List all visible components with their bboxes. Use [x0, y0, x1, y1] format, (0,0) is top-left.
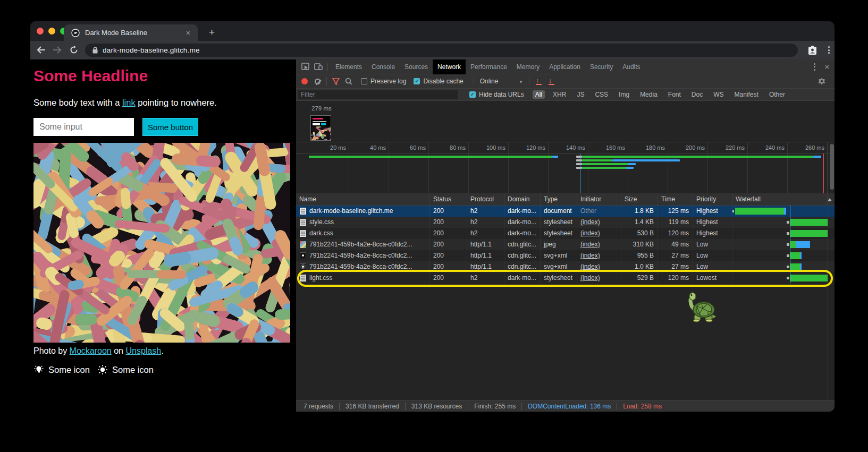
page-headline: Some Headline [33, 67, 148, 85]
document-file-icon [300, 208, 306, 215]
network-request-row-style.css[interactable]: style.css200h2dark-mo...stylesheet(index… [296, 217, 835, 228]
filter-type-js[interactable]: JS [574, 90, 587, 99]
lock-icon [92, 47, 98, 54]
browser-window: Dark Mode Baseline × + dark-mode-baseli [30, 21, 835, 412]
traffic-light-close[interactable] [37, 28, 44, 35]
devtools-tab-application[interactable]: Application [544, 59, 585, 74]
reload-icon[interactable] [68, 44, 80, 56]
credit-prefix: Photo by [33, 346, 70, 355]
filmstrip-screenshot[interactable] [310, 115, 331, 141]
waterfall-waiting-bar [790, 252, 800, 259]
network-settings-gear-icon[interactable] [815, 76, 828, 87]
network-table-header: NameStatusProtocolDomainTypeInitiatorSiz… [296, 193, 835, 206]
column-header-time[interactable]: Time [658, 193, 693, 206]
page-button[interactable]: Some button [142, 118, 198, 136]
column-header-priority[interactable]: Priority [693, 193, 732, 206]
device-toolbar-icon[interactable] [312, 62, 325, 72]
cell-initiator: (index) [577, 239, 621, 250]
devtools-tab-elements[interactable]: Elements [331, 59, 367, 74]
initiator-link[interactable]: (index) [580, 218, 600, 226]
url-bar[interactable]: dark-mode-baseline.glitch.me [85, 44, 798, 57]
devtools-tab-security[interactable]: Security [585, 59, 618, 74]
filter-type-font[interactable]: Font [665, 90, 684, 99]
filter-type-ws[interactable]: WS [711, 90, 726, 99]
network-filter-input[interactable] [298, 90, 458, 99]
back-icon[interactable] [35, 44, 47, 56]
scrollbar-thumb[interactable] [830, 144, 834, 190]
devtools-tab-sources[interactable]: Sources [400, 59, 433, 74]
column-header-domain[interactable]: Domain [504, 193, 541, 206]
column-header-type[interactable]: Type [541, 193, 577, 206]
devtools-tab-memory[interactable]: Memory [512, 59, 544, 74]
tab-close-icon[interactable]: × [184, 29, 192, 37]
filter-funnel-icon[interactable] [330, 76, 342, 87]
preserve-log-checkbox[interactable] [361, 78, 367, 84]
network-request-row-791b2241-459b-4a2e-8cca-c0fdc2...[interactable]: 791b2241-459b-4a2e-8cca-c0fdc2...200http… [296, 250, 835, 261]
filter-type-manifest[interactable]: Manifest [732, 90, 761, 99]
browser-menu-icon[interactable] [822, 44, 835, 56]
column-header-protocol[interactable]: Protocol [467, 193, 504, 206]
cell-status: 200 [430, 217, 467, 228]
cell-size: 530 B [621, 228, 658, 239]
clear-icon[interactable] [311, 76, 324, 87]
page-icon-row: Some icon Some icon [33, 364, 154, 375]
record-icon[interactable] [298, 76, 311, 87]
devtools-tab-network[interactable]: Network [433, 59, 466, 74]
credit-link-mockaroon[interactable]: Mockaroon [70, 346, 112, 355]
devtools-more-icon[interactable] [808, 62, 821, 72]
filter-type-css[interactable]: CSS [592, 90, 611, 99]
throttling-dropdown-icon[interactable]: ▾ [519, 79, 522, 84]
credit-link-unsplash[interactable]: Unsplash [125, 346, 161, 355]
body-link[interactable]: link [122, 98, 136, 107]
filter-type-all[interactable]: All [533, 90, 545, 99]
overview-request-bar [813, 156, 821, 158]
filmstrip-section: 279 ms [296, 101, 835, 142]
ruler-tick-label: 120 ms [526, 144, 548, 151]
column-header-name[interactable]: Name [296, 193, 430, 206]
column-header-status[interactable]: Status [430, 193, 467, 206]
filter-type-media[interactable]: Media [637, 90, 660, 99]
initiator-link[interactable]: (index) [580, 252, 600, 259]
browser-titlebar: Dark Mode Baseline × + [30, 21, 835, 41]
traffic-light-minimize[interactable] [48, 28, 55, 35]
filter-type-img[interactable]: Img [616, 90, 632, 99]
waterfall-waiting-bar [735, 208, 784, 215]
page-body-text: Some body text with a link pointing to n… [33, 98, 217, 108]
network-request-row-dark.css[interactable]: dark.css200h2dark-mo...stylesheet(index)… [296, 228, 835, 239]
disable-cache-checkbox[interactable]: ✓ [414, 78, 420, 84]
browser-tab[interactable]: Dark Mode Baseline × [64, 24, 198, 41]
filter-type-other[interactable]: Other [766, 90, 788, 99]
devtools-tab-audits[interactable]: Audits [618, 59, 645, 74]
devtools-tab-performance[interactable]: Performance [466, 59, 512, 74]
network-request-row-dark-mode-baseline.glitch.me[interactable]: dark-mode-baseline.glitch.me200h2dark-mo… [296, 206, 835, 217]
profile-badge-icon[interactable] [806, 44, 819, 56]
initiator-link[interactable]: (index) [580, 229, 600, 237]
hide-data-urls-checkbox[interactable]: ✓ [469, 91, 476, 98]
network-request-row-791b2241-459b-4a2e-8cca-c0fdc2...[interactable]: 791b2241-459b-4a2e-8cca-c0fdc2...200http… [296, 239, 835, 250]
devtools-tab-console[interactable]: Console [367, 59, 400, 74]
initiator-link[interactable]: (index) [580, 263, 600, 270]
waterfall-cell [732, 217, 828, 228]
filter-type-doc[interactable]: Doc [689, 90, 705, 99]
cell-priority: Highest [693, 228, 732, 239]
filter-type-xhr[interactable]: XHR [550, 90, 569, 99]
network-overview-timeline[interactable]: 20 ms40 ms60 ms80 ms100 ms120 ms140 ms16… [296, 142, 835, 193]
search-icon[interactable] [342, 76, 355, 87]
cell-protocol: h2 [467, 217, 504, 228]
inspect-cursor-icon[interactable] [299, 62, 312, 72]
column-header-waterfall[interactable]: Waterfall [732, 193, 828, 206]
import-har-icon[interactable]: ↑ [532, 76, 545, 87]
page-text-input[interactable] [33, 118, 134, 136]
column-header-initiator[interactable]: Initiator [577, 193, 621, 206]
devtools-close-icon[interactable]: × [821, 62, 833, 72]
overview-request-bar [576, 159, 582, 161]
cell-size: 310 KB [621, 239, 658, 250]
export-har-icon[interactable]: ↓ [545, 76, 558, 87]
column-header-size[interactable]: Size [621, 193, 658, 206]
url-text: dark-mode-baseline.glitch.me [103, 46, 200, 54]
new-tab-button[interactable]: + [206, 25, 218, 39]
ruler-tick-label: 200 ms [686, 144, 707, 151]
throttling-select[interactable]: Online [480, 78, 499, 85]
initiator-link[interactable]: (index) [580, 241, 600, 248]
forward-icon[interactable] [50, 44, 63, 56]
